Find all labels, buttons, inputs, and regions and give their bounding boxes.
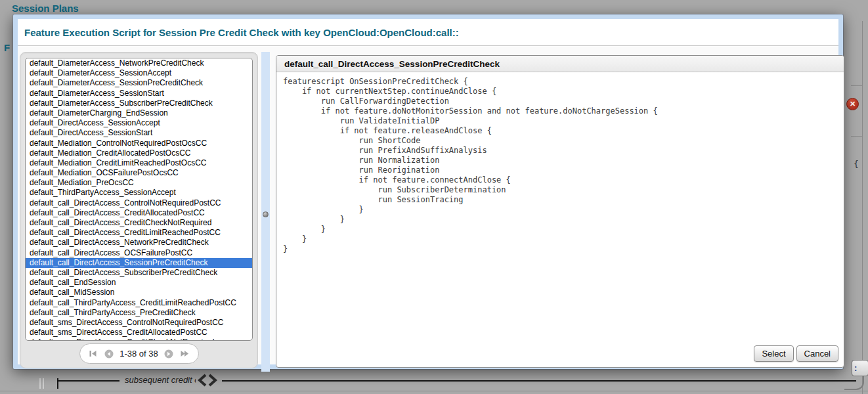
select-button[interactable]: Select (754, 345, 793, 362)
list-item[interactable]: default_call_DirectAccess_CreditCheckNot… (26, 218, 252, 228)
list-item[interactable]: default_Mediation_ControlNotRequiredPost… (26, 139, 252, 148)
background-partial-button[interactable]: : (852, 360, 868, 376)
script-preview-panel: default_call_DirectAccess_SessionPreCred… (276, 55, 844, 368)
list-item[interactable]: default_DiameterCharging_EndSession (26, 108, 252, 118)
pagination-pill: 1-38 of 38 (79, 343, 199, 364)
list-item[interactable]: default_Mediation_CreditAllocatedPostOcs… (26, 148, 252, 158)
first-page-button[interactable] (88, 349, 98, 359)
script-list[interactable]: default_DiameterAccess_NetworkPreCreditC… (25, 58, 253, 341)
list-item[interactable]: default_call_DirectAccess_CreditAllocate… (26, 208, 252, 218)
splitter-handle-icon[interactable] (263, 211, 269, 217)
background-panel-divider (851, 85, 863, 86)
flow-chevrons-icon (196, 374, 219, 389)
dialog-content: default_DiameterAccess_NetworkPreCreditC… (18, 46, 838, 364)
list-item[interactable]: default_DiameterAccess_SubscriberPreCred… (26, 98, 252, 108)
next-page-button[interactable] (164, 349, 174, 359)
list-item[interactable]: default_DiameterAccess_SessionStart (26, 89, 252, 98)
list-item[interactable]: default_Mediation_CreditLimitReachedPost… (26, 158, 252, 168)
flow-connector-tick (57, 378, 58, 389)
list-item[interactable]: default_call_DirectAccess_NetworkPreCred… (26, 238, 252, 248)
panel-splitter[interactable] (261, 52, 270, 372)
script-code: featurescript OnSessionPreCreditCheck { … (276, 72, 844, 254)
list-item[interactable]: default_call_MidSession (26, 288, 252, 297)
list-item[interactable]: default_call_DirectAccess_ControlNotRequ… (26, 198, 252, 208)
list-item[interactable]: default_DirectAccess_SessionAccept (26, 118, 252, 128)
dialog-title-bar: Feature Execution Script for Session Pre… (18, 19, 838, 46)
list-item[interactable]: default_call_ThirdPartyAccess_PreCreditC… (26, 308, 252, 318)
list-item[interactable]: default_call_EndSession (26, 278, 252, 288)
list-item[interactable]: default_DiameterAccess_SessionAccept (26, 68, 252, 78)
list-item[interactable]: default_DiameterAccess_NetworkPreCreditC… (26, 58, 252, 68)
list-item[interactable]: default_call_DirectAccess_CreditLimitRea… (26, 228, 252, 238)
feature-script-dialog: Feature Execution Script for Session Pre… (13, 14, 843, 369)
page-range-label: 1-38 of 38 (119, 349, 158, 359)
background-partial-panel-label: F (4, 42, 10, 53)
dialog-actions: Select Cancel (754, 345, 838, 362)
list-item[interactable]: default_call_DirectAccess_SessionPreCred… (26, 258, 252, 268)
script-list-panel: default_DiameterAccess_NetworkPreCreditC… (20, 52, 258, 368)
background-panel-divider (851, 136, 863, 137)
background-page-title: Session Plans (12, 3, 79, 14)
list-item[interactable]: default_DiameterAccess_SessionPreCreditC… (26, 78, 252, 88)
list-item[interactable]: default_ThirdPartyAccess_SessionAccept (26, 188, 252, 198)
background-panel-edge (862, 21, 863, 394)
list-item[interactable]: default_call_ThirdPartyAccess_CreditLimi… (26, 298, 252, 308)
pagination: 1-38 of 38 (20, 343, 257, 364)
dialog-title: Feature Execution Script for Session Pre… (24, 27, 459, 38)
cancel-button[interactable]: Cancel (796, 345, 838, 362)
list-item[interactable]: default_Mediation_OCSFailurePostOcsCC (26, 168, 252, 178)
list-item[interactable]: default_sms_DirectAccess_ControlNotRequi… (26, 318, 252, 328)
list-item[interactable]: default_DirectAccess_SessionStart (26, 128, 252, 138)
flow-connector-tick-light (39, 378, 44, 389)
script-name-header: default_call_DirectAccess_SessionPreCred… (276, 56, 844, 72)
error-badge-icon: ✕ (846, 98, 859, 110)
list-item[interactable]: default_Mediation_PreOcsCC (26, 178, 252, 188)
prev-page-button[interactable] (104, 349, 114, 359)
list-item[interactable]: default_sms_DirectAccess_CreditAllocated… (26, 328, 252, 338)
background-partial-brace: { (854, 159, 859, 169)
background-bottom-line (0, 391, 868, 391)
app-background: Session Plans F subsequent credit check … (0, 0, 868, 394)
list-item[interactable]: default_call_DirectAccess_OCSFailurePost… (26, 248, 252, 258)
last-page-button[interactable] (180, 349, 190, 359)
list-item[interactable]: default_call_DirectAccess_SubscriberPreC… (26, 268, 252, 278)
list-item[interactable]: default_sms_DirectAccess_CreditCheckNotR… (26, 338, 252, 341)
